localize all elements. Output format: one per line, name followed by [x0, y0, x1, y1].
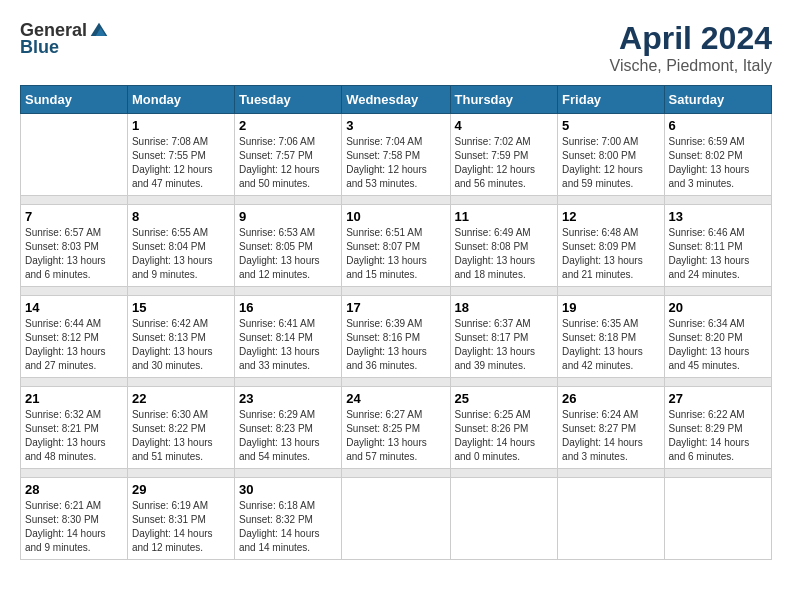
day-number: 3	[346, 118, 445, 133]
calendar-day: 27Sunrise: 6:22 AMSunset: 8:29 PMDayligh…	[664, 387, 771, 469]
calendar-day: 28Sunrise: 6:21 AMSunset: 8:30 PMDayligh…	[21, 478, 128, 560]
day-number: 12	[562, 209, 659, 224]
logo: General Blue	[20, 20, 109, 58]
logo-blue: Blue	[20, 37, 59, 58]
day-number: 14	[25, 300, 123, 315]
day-info: Sunrise: 6:42 AMSunset: 8:13 PMDaylight:…	[132, 317, 230, 373]
calendar-day	[342, 478, 450, 560]
calendar-day: 5Sunrise: 7:00 AMSunset: 8:00 PMDaylight…	[558, 114, 664, 196]
logo-icon	[89, 21, 109, 41]
day-number: 5	[562, 118, 659, 133]
calendar-day: 15Sunrise: 6:42 AMSunset: 8:13 PMDayligh…	[127, 296, 234, 378]
day-number: 29	[132, 482, 230, 497]
day-number: 6	[669, 118, 767, 133]
day-info: Sunrise: 6:37 AMSunset: 8:17 PMDaylight:…	[455, 317, 554, 373]
calendar-day: 24Sunrise: 6:27 AMSunset: 8:25 PMDayligh…	[342, 387, 450, 469]
day-number: 26	[562, 391, 659, 406]
day-number: 25	[455, 391, 554, 406]
day-info: Sunrise: 7:00 AMSunset: 8:00 PMDaylight:…	[562, 135, 659, 191]
day-info: Sunrise: 6:25 AMSunset: 8:26 PMDaylight:…	[455, 408, 554, 464]
day-header-friday: Friday	[558, 86, 664, 114]
calendar-day: 1Sunrise: 7:08 AMSunset: 7:55 PMDaylight…	[127, 114, 234, 196]
day-info: Sunrise: 6:19 AMSunset: 8:31 PMDaylight:…	[132, 499, 230, 555]
day-number: 21	[25, 391, 123, 406]
day-number: 11	[455, 209, 554, 224]
day-number: 16	[239, 300, 337, 315]
day-number: 4	[455, 118, 554, 133]
day-info: Sunrise: 6:18 AMSunset: 8:32 PMDaylight:…	[239, 499, 337, 555]
calendar-day: 18Sunrise: 6:37 AMSunset: 8:17 PMDayligh…	[450, 296, 558, 378]
day-number: 24	[346, 391, 445, 406]
day-info: Sunrise: 6:21 AMSunset: 8:30 PMDaylight:…	[25, 499, 123, 555]
day-number: 8	[132, 209, 230, 224]
calendar-day: 3Sunrise: 7:04 AMSunset: 7:58 PMDaylight…	[342, 114, 450, 196]
day-info: Sunrise: 7:06 AMSunset: 7:57 PMDaylight:…	[239, 135, 337, 191]
day-header-saturday: Saturday	[664, 86, 771, 114]
calendar-day: 23Sunrise: 6:29 AMSunset: 8:23 PMDayligh…	[234, 387, 341, 469]
day-info: Sunrise: 6:57 AMSunset: 8:03 PMDaylight:…	[25, 226, 123, 282]
title-section: April 2024 Vische, Piedmont, Italy	[610, 20, 772, 75]
calendar-day: 10Sunrise: 6:51 AMSunset: 8:07 PMDayligh…	[342, 205, 450, 287]
day-info: Sunrise: 6:59 AMSunset: 8:02 PMDaylight:…	[669, 135, 767, 191]
calendar-week-1: 1Sunrise: 7:08 AMSunset: 7:55 PMDaylight…	[21, 114, 772, 196]
calendar-day: 17Sunrise: 6:39 AMSunset: 8:16 PMDayligh…	[342, 296, 450, 378]
day-number: 15	[132, 300, 230, 315]
day-header-sunday: Sunday	[21, 86, 128, 114]
day-info: Sunrise: 6:32 AMSunset: 8:21 PMDaylight:…	[25, 408, 123, 464]
day-header-wednesday: Wednesday	[342, 86, 450, 114]
day-info: Sunrise: 7:04 AMSunset: 7:58 PMDaylight:…	[346, 135, 445, 191]
day-info: Sunrise: 6:55 AMSunset: 8:04 PMDaylight:…	[132, 226, 230, 282]
calendar-day: 16Sunrise: 6:41 AMSunset: 8:14 PMDayligh…	[234, 296, 341, 378]
day-info: Sunrise: 6:41 AMSunset: 8:14 PMDaylight:…	[239, 317, 337, 373]
day-number: 19	[562, 300, 659, 315]
calendar-day	[558, 478, 664, 560]
calendar-day: 29Sunrise: 6:19 AMSunset: 8:31 PMDayligh…	[127, 478, 234, 560]
day-info: Sunrise: 6:24 AMSunset: 8:27 PMDaylight:…	[562, 408, 659, 464]
day-info: Sunrise: 7:08 AMSunset: 7:55 PMDaylight:…	[132, 135, 230, 191]
calendar-day: 6Sunrise: 6:59 AMSunset: 8:02 PMDaylight…	[664, 114, 771, 196]
day-info: Sunrise: 6:39 AMSunset: 8:16 PMDaylight:…	[346, 317, 445, 373]
day-info: Sunrise: 6:51 AMSunset: 8:07 PMDaylight:…	[346, 226, 445, 282]
day-info: Sunrise: 6:29 AMSunset: 8:23 PMDaylight:…	[239, 408, 337, 464]
day-info: Sunrise: 6:53 AMSunset: 8:05 PMDaylight:…	[239, 226, 337, 282]
calendar-day: 13Sunrise: 6:46 AMSunset: 8:11 PMDayligh…	[664, 205, 771, 287]
day-info: Sunrise: 6:44 AMSunset: 8:12 PMDaylight:…	[25, 317, 123, 373]
day-number: 1	[132, 118, 230, 133]
day-number: 7	[25, 209, 123, 224]
calendar-header-row: SundayMondayTuesdayWednesdayThursdayFrid…	[21, 86, 772, 114]
calendar-day: 30Sunrise: 6:18 AMSunset: 8:32 PMDayligh…	[234, 478, 341, 560]
week-separator	[21, 287, 772, 296]
day-number: 18	[455, 300, 554, 315]
day-number: 20	[669, 300, 767, 315]
day-info: Sunrise: 6:30 AMSunset: 8:22 PMDaylight:…	[132, 408, 230, 464]
day-info: Sunrise: 6:27 AMSunset: 8:25 PMDaylight:…	[346, 408, 445, 464]
day-number: 27	[669, 391, 767, 406]
day-header-monday: Monday	[127, 86, 234, 114]
calendar-day: 19Sunrise: 6:35 AMSunset: 8:18 PMDayligh…	[558, 296, 664, 378]
day-header-thursday: Thursday	[450, 86, 558, 114]
calendar-week-5: 28Sunrise: 6:21 AMSunset: 8:30 PMDayligh…	[21, 478, 772, 560]
week-separator	[21, 196, 772, 205]
day-info: Sunrise: 6:46 AMSunset: 8:11 PMDaylight:…	[669, 226, 767, 282]
calendar-day: 7Sunrise: 6:57 AMSunset: 8:03 PMDaylight…	[21, 205, 128, 287]
day-info: Sunrise: 6:48 AMSunset: 8:09 PMDaylight:…	[562, 226, 659, 282]
calendar-day: 12Sunrise: 6:48 AMSunset: 8:09 PMDayligh…	[558, 205, 664, 287]
day-number: 10	[346, 209, 445, 224]
calendar-day: 25Sunrise: 6:25 AMSunset: 8:26 PMDayligh…	[450, 387, 558, 469]
calendar-day	[664, 478, 771, 560]
calendar-week-2: 7Sunrise: 6:57 AMSunset: 8:03 PMDaylight…	[21, 205, 772, 287]
calendar-day: 22Sunrise: 6:30 AMSunset: 8:22 PMDayligh…	[127, 387, 234, 469]
page-title: April 2024	[610, 20, 772, 57]
week-separator	[21, 378, 772, 387]
day-info: Sunrise: 7:02 AMSunset: 7:59 PMDaylight:…	[455, 135, 554, 191]
day-info: Sunrise: 6:34 AMSunset: 8:20 PMDaylight:…	[669, 317, 767, 373]
day-info: Sunrise: 6:35 AMSunset: 8:18 PMDaylight:…	[562, 317, 659, 373]
calendar-day: 21Sunrise: 6:32 AMSunset: 8:21 PMDayligh…	[21, 387, 128, 469]
day-number: 28	[25, 482, 123, 497]
day-number: 22	[132, 391, 230, 406]
calendar-day: 20Sunrise: 6:34 AMSunset: 8:20 PMDayligh…	[664, 296, 771, 378]
calendar-day: 11Sunrise: 6:49 AMSunset: 8:08 PMDayligh…	[450, 205, 558, 287]
page-subtitle: Vische, Piedmont, Italy	[610, 57, 772, 75]
calendar-day: 26Sunrise: 6:24 AMSunset: 8:27 PMDayligh…	[558, 387, 664, 469]
day-header-tuesday: Tuesday	[234, 86, 341, 114]
